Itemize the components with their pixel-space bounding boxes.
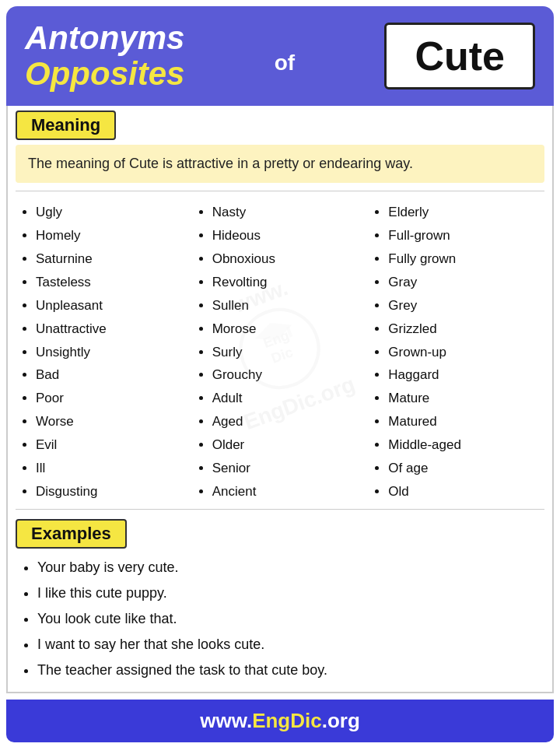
header-title1: Antonyms <box>25 20 184 56</box>
words-list-1: Ugly Homely Saturnine Tasteless Unpleasa… <box>19 201 189 503</box>
list-item: Unattractive <box>36 317 189 341</box>
list-item: Grey <box>388 294 541 317</box>
list-item: Revolting <box>212 271 366 294</box>
divider2 <box>16 509 544 510</box>
list-item: Gray <box>388 271 541 294</box>
list-item: Ugly <box>36 201 189 224</box>
header-titles: Antonyms Opposites <box>25 20 184 92</box>
list-item: Poor <box>36 388 189 411</box>
footer: www.EngDic.org <box>6 700 554 742</box>
header-of-label: of <box>275 51 295 75</box>
header-word-box: Cute <box>384 23 535 89</box>
list-item: Your baby is very cute. <box>37 555 544 580</box>
list-item: Surly <box>212 341 366 364</box>
list-item: Morose <box>212 317 366 341</box>
list-item: Nasty <box>212 201 366 224</box>
examples-ul: Your baby is very cute. I like this cute… <box>16 555 544 684</box>
list-item: Ill <box>36 458 189 481</box>
list-item: Older <box>212 434 366 458</box>
divider1 <box>16 191 544 191</box>
words-col-2: Nasty Hideous Obnoxious Revolting Sullen… <box>192 201 369 503</box>
words-col-3: Elderly Full-grown Fully grown Gray Grey… <box>368 201 544 503</box>
meaning-label-row: Meaning <box>8 106 552 145</box>
list-item: I like this cute puppy. <box>37 580 544 606</box>
list-item: Saturnine <box>36 247 189 271</box>
words-section: www. Eng Dic EngDic.org Ugly Homely Satu… <box>8 196 552 503</box>
meaning-label: Meaning <box>16 110 116 140</box>
list-item: Hideous <box>212 224 366 247</box>
list-item: Unsightly <box>36 341 189 364</box>
list-item: Elderly <box>388 201 541 224</box>
list-item: You look cute like that. <box>37 606 544 632</box>
list-item: I want to say her that she looks cute. <box>37 632 544 658</box>
header-title2: Opposites <box>25 56 184 92</box>
footer-text: www.EngDic.org <box>200 709 360 732</box>
words-grid: Ugly Homely Saturnine Tasteless Unpleasa… <box>8 196 552 503</box>
examples-list: Your baby is very cute. I like this cute… <box>8 552 552 692</box>
list-item: Grouchy <box>212 364 366 388</box>
list-item: Tasteless <box>36 271 189 294</box>
list-item: Aged <box>212 411 366 434</box>
examples-label: Examples <box>16 519 127 549</box>
main-content: Meaning The meaning of Cute is attractiv… <box>6 106 554 693</box>
list-item: Grizzled <box>388 317 541 341</box>
list-item: Of age <box>388 458 541 481</box>
list-item: Old <box>388 481 541 504</box>
list-item: The teacher assigned the task to that cu… <box>37 658 544 683</box>
list-item: Evil <box>36 434 189 458</box>
list-item: Mature <box>388 388 541 411</box>
header-word: Cute <box>415 33 505 79</box>
words-list-3: Elderly Full-grown Fully grown Gray Grey… <box>371 201 541 503</box>
list-item: Adult <box>212 388 366 411</box>
examples-label-row: Examples <box>8 514 552 552</box>
list-item: Unpleasant <box>36 294 189 317</box>
list-item: Grown-up <box>388 341 541 364</box>
meaning-box: The meaning of Cute is attractive in a p… <box>16 145 544 183</box>
list-item: Matured <box>388 411 541 434</box>
list-item: Ancient <box>212 481 366 504</box>
list-item: Sullen <box>212 294 366 317</box>
list-item: Fully grown <box>388 247 541 271</box>
list-item: Worse <box>36 411 189 434</box>
list-item: Haggard <box>388 364 541 388</box>
list-item: Bad <box>36 364 189 388</box>
list-item: Senior <box>212 458 366 481</box>
words-list-2: Nasty Hideous Obnoxious Revolting Sullen… <box>195 201 366 503</box>
list-item: Obnoxious <box>212 247 366 271</box>
list-item: Middle-aged <box>388 434 541 458</box>
list-item: Disgusting <box>36 481 189 504</box>
words-col-1: Ugly Homely Saturnine Tasteless Unpleasa… <box>16 201 192 503</box>
list-item: Full-grown <box>388 224 541 247</box>
list-item: Homely <box>36 224 189 247</box>
header: Antonyms Opposites of Cute <box>6 6 554 106</box>
